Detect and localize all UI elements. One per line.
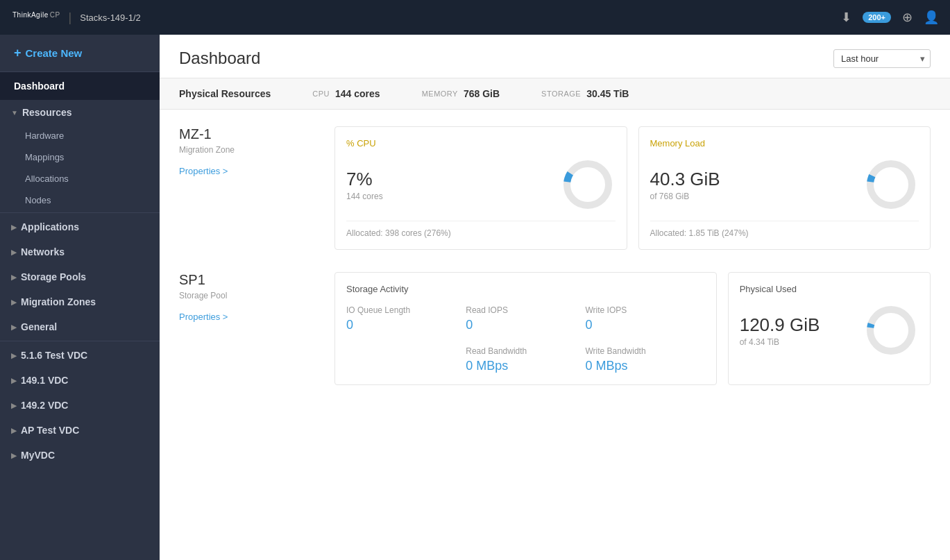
settings-icon[interactable]: ⊕ [902,10,913,25]
physical-used-donut [863,303,919,358]
applications-label: Applications [21,221,79,232]
page-title: Dashboard [179,49,260,68]
chevron-down-icon: ▼ [11,109,18,117]
read-bandwidth-stat: Read Bandwidth 0 MBps [466,346,585,373]
physical-used-title: Physical Used [740,284,919,294]
write-iops-value: 0 [585,318,704,332]
physical-used-card: Physical Used 120.9 GiB of 4.34 TiB [728,272,931,385]
memory-main: 40.3 GiB of 768 GiB [650,169,720,201]
sidebar-item-allocations[interactable]: Allocations [0,168,160,189]
io-queue-label: IO Queue Length [346,305,466,315]
cpu-label: CPU [312,90,330,98]
cpu-donut-svg [560,157,616,212]
mz1-name: MZ-1 [179,126,318,142]
memory-footer: Allocated: 1.85 TiB (247%) [650,221,919,238]
empty-cell-1 [346,346,466,373]
cpu-footer: Allocated: 398 cores (276%) [346,221,616,238]
chevron-right-icon: ▶ [11,298,17,306]
vdc1492-label: 149.2 VDC [21,400,68,411]
memory-card-title: Memory Load [650,138,919,149]
main-header: Dashboard Last hour Last 6 hours Last 24… [160,35,950,78]
sidebar-section-migration-zones[interactable]: ▶ Migration Zones [0,289,160,314]
svg-point-2 [870,164,912,205]
time-range-select[interactable]: Last hour Last 6 hours Last 24 hours Las… [833,49,931,68]
sidebar-section-vdc1491[interactable]: ▶ 149.1 VDC [0,368,160,393]
storage-pools-label: Storage Pools [21,271,86,282]
read-bandwidth-label: Read Bandwidth [466,346,585,356]
write-bandwidth-stat: Write Bandwidth 0 MBps [585,346,704,373]
svg-point-4 [870,309,912,351]
memory-value: 768 GiB [464,88,500,99]
physical-resources-bar: Physical Resources CPU 144 cores MEMORY … [160,78,950,110]
sidebar-section-general[interactable]: ▶ General [0,314,160,339]
chevron-right-icon: ▶ [11,427,17,434]
storage-value: 30.45 TiB [586,88,629,99]
topnav-right: ⬇ 200+ ⊕ 👤 [841,10,939,25]
cpu-value-display: 7% [346,169,383,190]
physical-resources-label: Physical Resources [179,88,271,99]
sidebar-item-dashboard[interactable]: Dashboard [0,72,160,100]
sidebar-divider-2 [0,341,160,341]
chevron-right-icon: ▶ [11,273,17,281]
chevron-right-icon: ▶ [11,452,17,459]
read-bandwidth-value: 0 MBps [466,359,585,373]
cpu-main: 7% 144 cores [346,169,383,201]
notification-badge[interactable]: 200+ [863,12,891,23]
read-iops-stat: Read IOPS 0 [466,305,585,332]
storage-label: STORAGE [541,90,581,98]
storage-stat: STORAGE 30.45 TiB [541,88,629,99]
dashboard-content: MZ-1 Migration Zone Properties > % CPU 7… [160,110,950,402]
brand-logo: ThinkAgileCP [11,11,60,24]
download-icon[interactable]: ⬇ [841,10,851,25]
brand-suffix: CP [50,11,60,19]
write-iops-stat: Write IOPS 0 [585,305,704,332]
memory-card-body: 40.3 GiB of 768 GiB [650,157,919,212]
write-iops-label: Write IOPS [585,305,704,315]
cpu-card-body: 7% 144 cores [346,157,616,212]
sidebar-section-resources[interactable]: ▼ Resources [0,100,160,125]
chevron-right-icon: ▶ [11,402,17,409]
chevron-right-icon: ▶ [11,248,17,256]
chevron-right-icon: ▶ [11,323,17,331]
cpu-card-title: % CPU [346,138,616,149]
create-new-label: Create New [26,47,83,59]
memory-donut-svg [863,157,919,212]
sidebar-item-hardware[interactable]: Hardware [0,125,160,146]
cpu-metric-card: % CPU 7% 144 cores [334,126,627,250]
chevron-right-icon: ▶ [11,377,17,384]
vdc1491-label: 149.1 VDC [21,375,68,386]
create-new-button[interactable]: + Create New [0,35,160,72]
hardware-label: Hardware [25,130,64,141]
sidebar-item-mappings[interactable]: Mappings [0,146,160,168]
write-bandwidth-value: 0 MBps [585,359,704,373]
vdc-ap-label: AP Test VDC [21,425,79,436]
mz1-info: MZ-1 Migration Zone Properties > [179,126,318,176]
sidebar-section-applications[interactable]: ▶ Applications [0,214,160,239]
myvdc-label: MyVDC [21,450,55,461]
chevron-right-icon: ▶ [11,223,17,231]
cpu-sub: 144 cores [346,192,383,201]
vdc516-label: 5.1.6 Test VDC [21,350,87,361]
sidebar: + Create New Dashboard ▼ Resources Hardw… [0,35,160,560]
memory-label: MEMORY [422,90,458,98]
sidebar-section-vdc516[interactable]: ▶ 5.1.6 Test VDC [0,343,160,368]
sp1-info: SP1 Storage Pool Properties > [179,272,318,322]
sidebar-item-nodes[interactable]: Nodes [0,189,160,211]
physical-used-sub: of 4.34 TiB [740,337,820,347]
mz1-properties-link[interactable]: Properties > [179,166,318,176]
memory-value-display: 40.3 GiB [650,169,720,190]
memory-sub: of 768 GiB [650,192,720,201]
sidebar-section-vdc-ap[interactable]: ▶ AP Test VDC [0,418,160,443]
sidebar-section-storage-pools[interactable]: ▶ Storage Pools [0,264,160,289]
plus-icon: + [14,46,22,60]
sidebar-section-networks[interactable]: ▶ Networks [0,239,160,264]
sp1-properties-link[interactable]: Properties > [179,312,318,322]
read-iops-value: 0 [466,318,585,332]
physical-used-main: 120.9 GiB of 4.34 TiB [740,314,820,347]
migration-zones-label: Migration Zones [21,296,96,307]
sidebar-section-myvdc[interactable]: ▶ MyVDC [0,443,160,468]
user-icon[interactable]: 👤 [924,10,939,25]
chevron-right-icon: ▶ [11,352,17,359]
write-bandwidth-label: Write Bandwidth [585,346,704,356]
sidebar-section-vdc1492[interactable]: ▶ 149.2 VDC [0,393,160,418]
